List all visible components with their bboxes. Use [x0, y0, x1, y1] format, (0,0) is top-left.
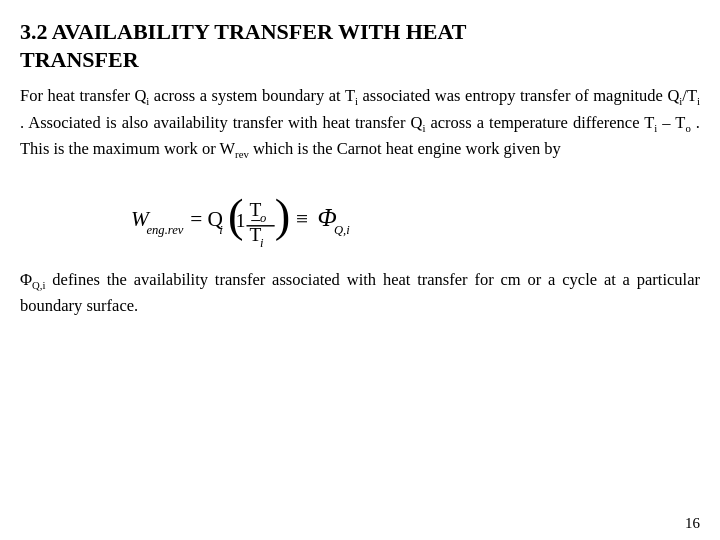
svg-text:Q,i: Q,i: [334, 222, 350, 236]
formula-block: W eng.rev = Q i ( T o T i 1 − ) ≡: [20, 185, 700, 253]
title-line-2: TRANSFER: [20, 46, 700, 74]
formula-svg: W eng.rev = Q i ( T o T i 1 − ) ≡: [127, 185, 593, 253]
sub-qi-4: Q,i: [32, 279, 45, 291]
paragraph-2: ΦQ,i defines the availability transfer a…: [20, 267, 700, 319]
svg-text:): ): [275, 188, 291, 240]
page-number: 16: [685, 515, 700, 532]
paragraph-1: For heat transfer Qi across a system bou…: [20, 83, 700, 163]
sub-ti-3: i: [654, 122, 657, 134]
sub-to-1: o: [685, 122, 690, 134]
sub-ti-2: i: [697, 95, 700, 107]
title-block: 3.2 AVAILABILITY TRANSFER WITH HEAT TRAN…: [20, 18, 700, 73]
sub-qi-3: i: [422, 122, 425, 134]
title-line-1: 3.2 AVAILABILITY TRANSFER WITH HEAT: [20, 18, 700, 46]
page-container: 3.2 AVAILABILITY TRANSFER WITH HEAT TRAN…: [0, 0, 720, 540]
svg-text:≡: ≡: [296, 207, 308, 231]
svg-text:eng.rev: eng.rev: [146, 222, 183, 236]
svg-text:1 −: 1 −: [236, 210, 262, 231]
sub-rev: rev: [235, 148, 249, 160]
sub-ti-1: i: [355, 95, 358, 107]
sub-qi-2: i: [679, 95, 682, 107]
svg-text:i: i: [219, 222, 223, 236]
sub-qi-1: i: [146, 95, 149, 107]
svg-text:i: i: [260, 236, 264, 250]
formula-image: W eng.rev = Q i ( T o T i 1 − ) ≡: [127, 185, 593, 253]
